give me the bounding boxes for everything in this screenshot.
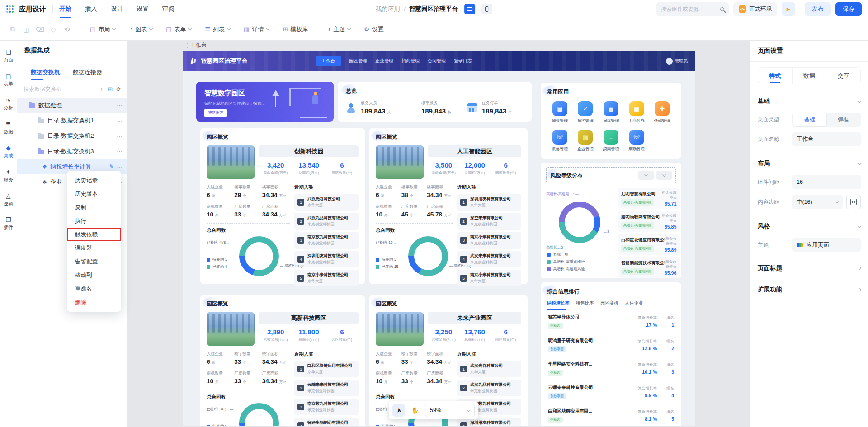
recent-company-item[interactable]: 1深圳用友科技有限公司京华大厦: [457, 194, 521, 211]
app-shortcut[interactable]: ▥ 企业管理: [573, 130, 599, 152]
context-menu-item[interactable]: 重命名: [67, 282, 121, 296]
padding-detail-button[interactable]: [846, 195, 861, 209]
context-menu-item[interactable]: 删除: [67, 296, 121, 309]
rail-item[interactable]: ❒ 插件: [4, 216, 13, 231]
add-icon[interactable]: ＋: [98, 85, 104, 93]
recent-company-item[interactable]: 1白和区块链应用有限公司京华大厦: [294, 361, 359, 377]
ranking-row[interactable]: 明鸿量子研究有限公司 创数字园 复合增长率 12.8 % 排名 2: [547, 333, 675, 357]
canvas-page-tab[interactable]: 工作台: [184, 42, 207, 49]
recent-company-item[interactable]: 1武汉光谷科技公司京华大厦: [457, 361, 521, 377]
context-menu-item[interactable]: 复制: [67, 201, 121, 214]
more-icon[interactable]: ⋯: [117, 102, 123, 109]
rail-item[interactable]: ◆ 集成: [4, 145, 13, 159]
toolbar-quick-icon[interactable]: ⟲: [61, 23, 73, 36]
menu-tab[interactable]: 插入: [85, 0, 97, 18]
ranking-tab[interactable]: 入住企业: [625, 300, 643, 306]
more-icon[interactable]: ⋯: [117, 164, 123, 170]
site-nav-item[interactable]: 园区管理: [349, 58, 367, 64]
context-menu-item[interactable]: 触发依赖: [67, 228, 121, 241]
app-shortcut[interactable]: ✓ 预约管理: [573, 101, 599, 124]
toolbar-group-button[interactable]: ⚙ 设置: [359, 22, 395, 37]
site-header[interactable]: 智慧园区治理平台 工作台园区管理企业管理招商管理合同管理登录日志 管理员: [183, 51, 695, 71]
pan-tool-button[interactable]: ✋: [409, 404, 421, 417]
spacing-input[interactable]: 16: [792, 175, 861, 189]
search-icon[interactable]: [720, 7, 724, 11]
tab-data-connector[interactable]: 数据连接器: [73, 66, 112, 80]
recent-company-item[interactable]: 3南京小米科技有限公司米克创业科技园: [457, 232, 521, 249]
toolbar-group-button[interactable]: ⊞ 模板库: [277, 22, 319, 37]
more-icon[interactable]: ⋯: [117, 133, 123, 140]
tab-data-exchange[interactable]: 数据交换机: [24, 66, 63, 80]
menu-tab[interactable]: 设计: [111, 0, 123, 18]
app-shortcut[interactable]: ≡ 招商管理: [598, 130, 624, 152]
save-button[interactable]: 保存: [835, 2, 862, 16]
rail-item[interactable]: ✦ 服务: [4, 169, 13, 183]
park-overview-card[interactable]: 园区概览 创新科技园 3,420营收金额(万元) 13,540总面积(万㎡) 6…: [200, 128, 365, 284]
park-overview-card[interactable]: 园区概览 人工智能园区 3,500营收金额(万元) 12,000总面积(万㎡) …: [369, 128, 528, 284]
common-apps-card[interactable]: 常用应用 ▤ 物业管理 ✓ 预约管理 ▤ 房屋管理: [541, 83, 681, 159]
style-section-header[interactable]: 风格: [758, 221, 861, 232]
settings-tab[interactable]: 样式: [758, 67, 792, 84]
risk-company-row[interactable]: 路明物联网有限公司 高增长-高逾期风险 租金收缴率% 65.85: [618, 211, 680, 232]
toolbar-group-button[interactable]: ◔ 图表: [123, 22, 158, 37]
ranking-row[interactable]: 华星网络安全科技有... 创新园 复合增长率 10.1 % 排名 3: [547, 357, 675, 380]
ranking-row[interactable]: 云端未来科技有限公司 创数字园 复合增长率 9.9 % 排名 4: [547, 380, 675, 404]
basic-section-header[interactable]: 基础: [758, 95, 861, 107]
toolbar-group-button[interactable]: ▥ 详情: [238, 22, 274, 37]
toolbar-group-button[interactable]: ◑ 主题: [321, 22, 356, 37]
toolbar-group-button[interactable]: ▤ 表单: [160, 22, 197, 37]
context-menu-item[interactable]: 调度器: [67, 241, 121, 255]
banner-card[interactable]: 智慧数字园区 智能化赋能园区管理建设，探索... 智慧推荐: [196, 82, 334, 122]
tree-item[interactable]: 目录-数据交换机1 ✎ ⋯: [17, 113, 127, 128]
context-menu-item[interactable]: 执行: [67, 214, 121, 228]
rail-item[interactable]: ∿ 分析: [4, 97, 13, 111]
design-canvas[interactable]: 工作台 智慧园区治理平台 工作台园区管理企业管理招商管理合同管理登录日志 管理员…: [128, 41, 750, 427]
app-shortcut[interactable]: ☏ 报修管理: [547, 130, 573, 152]
banner-button[interactable]: 智慧推荐: [204, 109, 227, 117]
toolbar-quick-icon[interactable]: ⌫: [33, 23, 46, 36]
app-logo-icon[interactable]: [6, 5, 14, 13]
settings-tab[interactable]: 数据: [792, 67, 826, 84]
refresh-icon[interactable]: ⟳: [116, 86, 121, 93]
recent-company-item[interactable]: 5南京小米科技有限公司京华大厦: [294, 270, 359, 286]
layout-section-header[interactable]: 布局: [758, 158, 861, 169]
page-name-input[interactable]: 工作台: [792, 132, 861, 146]
app-shortcut[interactable]: ✚ 低碳管理: [649, 101, 675, 124]
risk-company-row[interactable]: 启明智慧有限公司 高增长-高逾期风险 租金收缴率% 65.71: [618, 188, 680, 209]
overview-card[interactable]: 总览 服务人员 189,843 人: [338, 82, 532, 122]
toolbar-group-button[interactable]: ◫ 布局: [85, 22, 121, 37]
context-menu-item[interactable]: 历史记录: [67, 174, 121, 187]
site-nav-item[interactable]: 企业管理: [375, 58, 393, 64]
site-nav-item[interactable]: 招商管理: [401, 58, 420, 64]
ranking-row[interactable]: 白和区块链应用有限... 创新园 复合增长率 8.1 % 排名 5: [547, 404, 675, 426]
tree-item[interactable]: 数据处理 ✎ ⋯: [17, 98, 127, 113]
rail-item[interactable]: ▤ 表单: [4, 73, 13, 87]
recent-company-item[interactable]: 4智路生物制药有限公司米克创业科技园: [294, 418, 359, 426]
desktop-preview-button[interactable]: [464, 4, 475, 14]
risk-company-row[interactable]: 智路新能源技术有限公司 高增长-高逾期风险 租金收缴率% 65.96: [618, 257, 680, 278]
recent-company-item[interactable]: 2武汉九品科技有限公司米克创业科技园: [294, 213, 359, 230]
ranking-tab[interactable]: 租售比率: [576, 300, 594, 306]
risk-filter-select[interactable]: [638, 171, 654, 180]
recent-company-item[interactable]: 3南京数九科技有限公司米克创业科技园: [294, 232, 359, 249]
risk-company-row[interactable]: 白和区块链应用有限公司 高增长-高逾期风险 租金收缴率% 65.89: [618, 234, 680, 255]
toolbar-group-button[interactable]: ☰ 列表: [199, 22, 236, 37]
settings-collapsed-section[interactable]: 页面标题: [750, 258, 868, 279]
ranking-card[interactable]: 综合信息排行 纳税增长率租售比率园区商机入住企业 智芯半导体公司 创新园: [541, 282, 681, 426]
run-preview-button[interactable]: ▶: [782, 2, 795, 16]
page-type-option-modal[interactable]: 弹框: [826, 113, 860, 126]
ranking-row[interactable]: 智芯半导体公司 创新园 复合增长率 17 % 排名 1: [547, 310, 675, 333]
rail-item[interactable]: ❏ 页面: [4, 49, 13, 63]
select-tool-button[interactable]: ➤: [392, 404, 405, 417]
recent-company-item[interactable]: 3南京数九科技有限公司米克创业科技园: [294, 399, 359, 415]
page-type-option-basic[interactable]: 基础: [793, 113, 826, 126]
more-icon[interactable]: ⋯: [117, 148, 123, 155]
context-menu-item[interactable]: 移动到: [67, 268, 121, 282]
app-shortcut[interactable]: ▤ 物业管理: [547, 101, 573, 124]
menu-tab[interactable]: 开始: [59, 0, 71, 18]
settings-tab[interactable]: 交互: [826, 67, 860, 84]
breadcrumb-parent[interactable]: 我的应用: [376, 5, 400, 13]
zoom-level-select[interactable]: 59%: [425, 404, 475, 417]
settings-collapsed-section[interactable]: 扩展功能: [750, 279, 868, 300]
tree-search-input[interactable]: 搜索数据交换机 ＋ ⊞ ⟳: [17, 80, 127, 98]
